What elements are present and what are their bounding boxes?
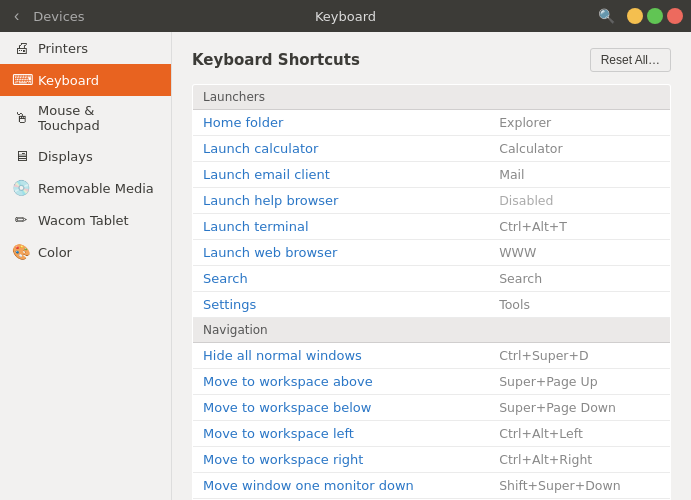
search-icon[interactable]: 🔍 <box>598 8 615 24</box>
main-layout: 🖨 Printers ⌨ Keyboard 🖱 Mouse & Touchpad… <box>0 32 691 500</box>
table-row[interactable]: Home folder Explorer <box>193 110 671 136</box>
sidebar-item-label: Displays <box>38 149 93 164</box>
action-label: Launch help browser <box>193 188 490 214</box>
mouse-icon: 🖱 <box>12 109 30 127</box>
action-label: Settings <box>193 292 490 318</box>
table-row[interactable]: Move to workspace above Super+Page Up <box>193 369 671 395</box>
sidebar-item-label: Keyboard <box>38 73 99 88</box>
action-label: Launch terminal <box>193 214 490 240</box>
color-icon: 🎨 <box>12 243 30 261</box>
shortcut-value: Ctrl+Alt+Right <box>489 447 670 473</box>
action-label: Move to workspace above <box>193 369 490 395</box>
shortcut-value: Ctrl+Alt+Left <box>489 421 670 447</box>
navigation-label: Navigation <box>193 318 671 343</box>
sidebar-item-mouse[interactable]: 🖱 Mouse & Touchpad <box>0 96 171 140</box>
content-area: Keyboard Shortcuts Reset All… Launchers … <box>172 32 691 500</box>
sidebar-item-keyboard[interactable]: ⌨ Keyboard <box>0 64 171 96</box>
sidebar-item-color[interactable]: 🎨 Color <box>0 236 171 268</box>
action-label: Hide all normal windows <box>193 343 490 369</box>
titlebar-center: Keyboard <box>315 9 376 24</box>
sidebar-item-label: Mouse & Touchpad <box>38 103 159 133</box>
shortcut-value: WWW <box>489 240 670 266</box>
shortcut-value: Explorer <box>489 110 670 136</box>
table-row[interactable]: Launch web browser WWW <box>193 240 671 266</box>
table-row[interactable]: Move to workspace left Ctrl+Alt+Left <box>193 421 671 447</box>
close-button[interactable] <box>667 8 683 24</box>
wacom-icon: ✏ <box>12 211 30 229</box>
table-row[interactable]: Settings Tools <box>193 292 671 318</box>
shortcut-value: Shift+Super+Down <box>489 473 670 499</box>
back-button[interactable]: ‹ <box>8 5 25 27</box>
maximize-button[interactable] <box>647 8 663 24</box>
action-label: Launch web browser <box>193 240 490 266</box>
action-label: Move to workspace below <box>193 395 490 421</box>
shortcut-value: Mail <box>489 162 670 188</box>
titlebar: ‹ Devices Keyboard 🔍 <box>0 0 691 32</box>
sidebar-item-label: Printers <box>38 41 88 56</box>
reset-all-button[interactable]: Reset All… <box>590 48 671 72</box>
sidebar-item-label: Color <box>38 245 72 260</box>
action-label: Search <box>193 266 490 292</box>
shortcut-value: Disabled <box>489 188 670 214</box>
navigation-section-header: Navigation <box>193 318 671 343</box>
action-label: Move to workspace left <box>193 421 490 447</box>
shortcut-value: Search <box>489 266 670 292</box>
sidebar-item-label: Wacom Tablet <box>38 213 129 228</box>
sidebar-item-label: Removable Media <box>38 181 154 196</box>
table-row[interactable]: Move to workspace right Ctrl+Alt+Right <box>193 447 671 473</box>
action-label: Move to workspace right <box>193 447 490 473</box>
action-label: Launch calculator <box>193 136 490 162</box>
shortcut-value: Ctrl+Super+D <box>489 343 670 369</box>
page-title: Keyboard Shortcuts <box>192 51 360 69</box>
action-label: Move window one monitor down <box>193 473 490 499</box>
table-row[interactable]: Launch calculator Calculator <box>193 136 671 162</box>
content-header: Keyboard Shortcuts Reset All… <box>192 48 671 72</box>
titlebar-left: ‹ Devices <box>8 5 85 27</box>
shortcuts-table: Launchers Home folder Explorer Launch ca… <box>192 84 671 500</box>
table-row[interactable]: Launch help browser Disabled <box>193 188 671 214</box>
table-row[interactable]: Move to workspace below Super+Page Down <box>193 395 671 421</box>
sidebar-item-removable[interactable]: 💿 Removable Media <box>0 172 171 204</box>
sidebar-item-displays[interactable]: 🖥 Displays <box>0 140 171 172</box>
table-row[interactable]: Launch email client Mail <box>193 162 671 188</box>
removable-icon: 💿 <box>12 179 30 197</box>
minimize-button[interactable] <box>627 8 643 24</box>
table-row[interactable]: Move window one monitor down Shift+Super… <box>193 473 671 499</box>
table-row[interactable]: Launch terminal Ctrl+Alt+T <box>193 214 671 240</box>
shortcut-value: Super+Page Up <box>489 369 670 395</box>
sidebar-item-printers[interactable]: 🖨 Printers <box>0 32 171 64</box>
shortcut-value: Tools <box>489 292 670 318</box>
titlebar-right: 🔍 <box>598 8 683 24</box>
sidebar: 🖨 Printers ⌨ Keyboard 🖱 Mouse & Touchpad… <box>0 32 172 500</box>
keyboard-icon: ⌨ <box>12 71 30 89</box>
action-label: Home folder <box>193 110 490 136</box>
printers-icon: 🖨 <box>12 39 30 57</box>
sidebar-item-wacom[interactable]: ✏ Wacom Tablet <box>0 204 171 236</box>
displays-icon: 🖥 <box>12 147 30 165</box>
table-row[interactable]: Hide all normal windows Ctrl+Super+D <box>193 343 671 369</box>
shortcut-value: Calculator <box>489 136 670 162</box>
window-title: Keyboard <box>315 9 376 24</box>
launchers-label: Launchers <box>193 85 671 110</box>
devices-label: Devices <box>33 9 84 24</box>
shortcut-value: Super+Page Down <box>489 395 670 421</box>
action-label: Launch email client <box>193 162 490 188</box>
table-row[interactable]: Search Search <box>193 266 671 292</box>
shortcut-value: Ctrl+Alt+T <box>489 214 670 240</box>
launchers-section-header: Launchers <box>193 85 671 110</box>
